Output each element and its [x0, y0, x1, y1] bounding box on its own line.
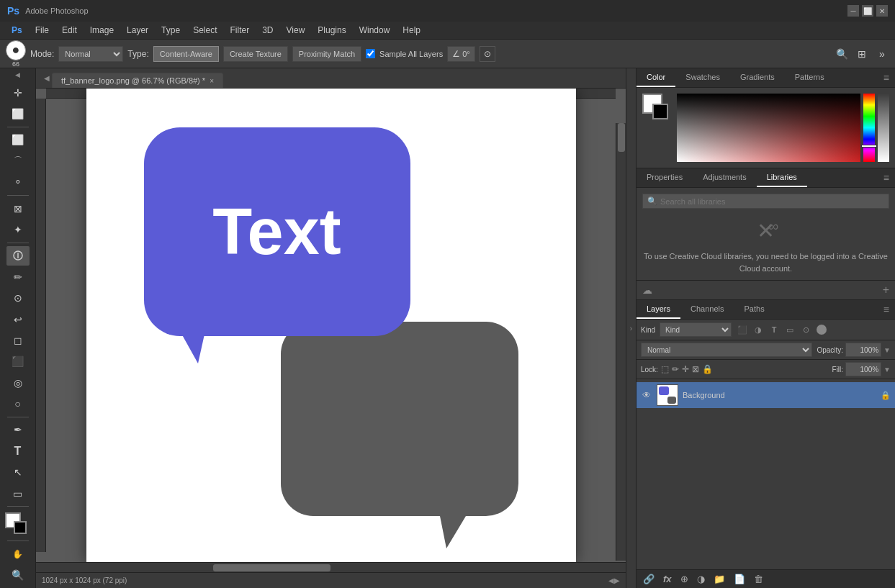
history-brush-tool[interactable]: ↩: [6, 309, 30, 329]
hue-slider[interactable]: [863, 94, 875, 162]
brush-tool[interactable]: ✏: [6, 267, 30, 286]
menu-type[interactable]: Type: [156, 24, 186, 37]
filter-type-icon[interactable]: T: [768, 323, 781, 336]
pen-tool[interactable]: ✒: [6, 420, 30, 440]
fill-stepper[interactable]: ▼: [883, 366, 891, 374]
menu-file[interactable]: File: [30, 24, 55, 37]
new-layer-button[interactable]: 📄: [732, 572, 747, 586]
menu-layer[interactable]: Layer: [121, 24, 154, 37]
zoom-tool[interactable]: 🔍: [6, 565, 30, 584]
properties-panel-menu[interactable]: ≡: [878, 169, 895, 186]
libraries-search-input[interactable]: [660, 197, 884, 206]
lock-transparent-icon[interactable]: ⬚: [661, 364, 669, 374]
tab-adjustments[interactable]: Adjustments: [693, 168, 757, 187]
kind-select[interactable]: Kind: [660, 322, 732, 337]
lock-pixels-icon[interactable]: ✏: [672, 364, 679, 374]
brush-preview-wrap[interactable]: ● 66: [6, 40, 26, 68]
tab-close-button[interactable]: ×: [210, 77, 214, 85]
marquee-tool[interactable]: ⬜: [6, 130, 30, 150]
tab-libraries[interactable]: Libraries: [757, 168, 807, 187]
opacity-stepper[interactable]: ▼: [883, 346, 891, 354]
blur-tool[interactable]: ◎: [6, 373, 30, 392]
background-color-box[interactable]: [652, 104, 668, 119]
horizontal-scrollbar[interactable]: [36, 562, 626, 572]
new-fill-layer-button[interactable]: ◑: [695, 572, 707, 586]
quick-select-tool[interactable]: ⚬: [6, 173, 30, 192]
expand-panels-icon[interactable]: »: [875, 47, 889, 61]
layers-panel-menu[interactable]: ≡: [878, 301, 895, 318]
new-group-button[interactable]: 📁: [711, 572, 727, 586]
hand-tool[interactable]: ✋: [6, 544, 30, 564]
toolbar-collapse-top[interactable]: ◀: [15, 71, 20, 78]
menu-view[interactable]: View: [281, 24, 311, 37]
crop-tool[interactable]: ⊠: [6, 199, 30, 218]
tab-layers[interactable]: Layers: [637, 300, 680, 319]
background-color[interactable]: [14, 521, 27, 534]
scroll-thumb-v[interactable]: [618, 123, 625, 152]
tab-swatches[interactable]: Swatches: [675, 68, 730, 87]
panel-collapse-handle[interactable]: ›: [626, 68, 636, 588]
shape-tool[interactable]: ▭: [6, 484, 30, 503]
restore-button[interactable]: ⬜: [862, 5, 873, 17]
dodge-tool[interactable]: ○: [6, 394, 30, 413]
menu-3d[interactable]: 3D: [256, 24, 279, 37]
menu-ps[interactable]: Ps: [6, 24, 28, 37]
spot-heal-tool[interactable]: [6, 246, 30, 266]
layer-item[interactable]: 👁 Background 🔒: [637, 382, 895, 408]
artboard-tool[interactable]: ⬜: [6, 104, 30, 123]
lock-artboard-icon[interactable]: ⊠: [692, 364, 699, 374]
cloud-icon[interactable]: ☁: [642, 284, 652, 296]
menu-window[interactable]: Window: [354, 24, 396, 37]
lasso-tool[interactable]: ⌒: [6, 151, 30, 171]
move-tool[interactable]: ✛: [6, 83, 30, 102]
content-aware-button[interactable]: Content-Aware: [153, 46, 219, 62]
menu-filter[interactable]: Filter: [224, 24, 255, 37]
eraser-tool[interactable]: ◻: [6, 330, 30, 350]
filter-smart-icon[interactable]: ⊙: [799, 323, 812, 336]
sample-all-layers-checkbox[interactable]: [366, 49, 375, 58]
canvas-workspace[interactable]: Text: [36, 89, 626, 562]
vertical-scrollbar[interactable]: [616, 109, 626, 546]
type-tool[interactable]: T: [6, 441, 30, 461]
filter-adjustment-icon[interactable]: ◑: [752, 323, 765, 336]
tab-gradients[interactable]: Gradients: [730, 68, 785, 87]
clone-stamp-tool[interactable]: ⊙: [6, 288, 30, 307]
menu-edit[interactable]: Edit: [56, 24, 83, 37]
tab-properties[interactable]: Properties: [637, 168, 693, 187]
layout-icon[interactable]: ⊞: [855, 47, 869, 61]
layer-visibility-toggle[interactable]: 👁: [641, 389, 652, 401]
search-top-icon[interactable]: 🔍: [835, 47, 849, 61]
panels-toggle[interactable]: ◀: [42, 68, 52, 88]
fx-button[interactable]: fx: [661, 572, 674, 586]
minimize-button[interactable]: ─: [847, 5, 859, 17]
create-texture-button[interactable]: Create Texture: [223, 46, 288, 62]
menu-plugins[interactable]: Plugins: [312, 24, 351, 37]
add-library-button[interactable]: +: [883, 284, 889, 297]
lock-all-icon[interactable]: 🔒: [702, 364, 713, 374]
status-arrow-right[interactable]: ▶: [614, 576, 620, 584]
add-mask-button[interactable]: ⊕: [678, 572, 691, 586]
proximity-match-button[interactable]: Proximity Match: [292, 46, 361, 62]
tab-channels[interactable]: Channels: [680, 300, 734, 319]
menu-help[interactable]: Help: [397, 24, 426, 37]
alpha-slider[interactable]: [878, 94, 889, 162]
brush-preview[interactable]: ●: [6, 40, 26, 60]
gradient-tool[interactable]: ⬛: [6, 352, 30, 371]
tab-paths[interactable]: Paths: [734, 300, 775, 319]
lock-position-icon[interactable]: ✛: [682, 364, 689, 374]
scroll-thumb-h[interactable]: [213, 564, 331, 571]
tab-patterns[interactable]: Patterns: [785, 68, 835, 87]
close-button[interactable]: ✕: [876, 5, 888, 17]
blend-mode-select[interactable]: Normal Dissolve Multiply: [641, 343, 812, 357]
path-select-tool[interactable]: ↖: [6, 463, 30, 482]
eyedropper-tool[interactable]: ✦: [6, 220, 30, 239]
status-arrow-left[interactable]: ◀: [608, 576, 614, 584]
menu-image[interactable]: Image: [84, 24, 120, 37]
delete-layer-button[interactable]: 🗑: [752, 572, 765, 586]
canvas-tab-active[interactable]: tf_banner_logo.png @ 66.7% (RGB/8#) * ×: [52, 73, 223, 88]
opacity-input[interactable]: [845, 343, 881, 357]
link-layers-button[interactable]: 🔗: [641, 572, 657, 586]
color-panel-menu[interactable]: ≡: [878, 69, 895, 86]
menu-select[interactable]: Select: [187, 24, 222, 37]
target-icon[interactable]: ⊙: [480, 46, 495, 62]
